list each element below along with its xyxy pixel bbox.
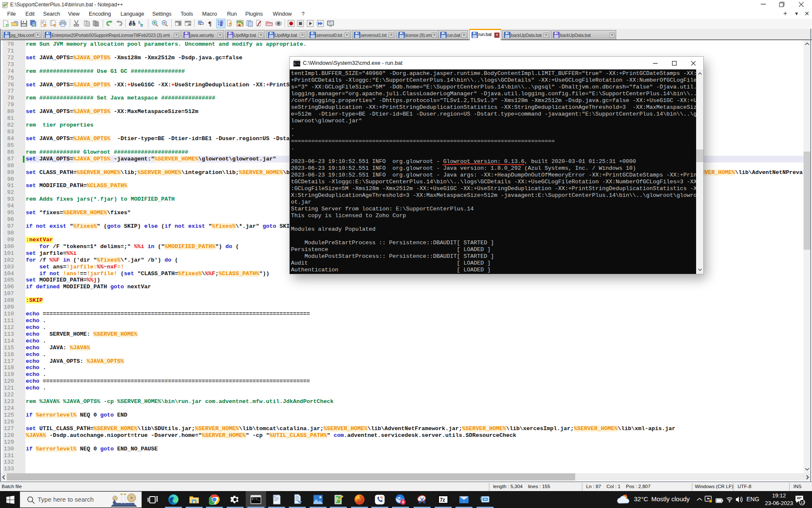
- svg-text:13: 13: [801, 500, 805, 505]
- svg-text:¶: ¶: [208, 20, 211, 27]
- svg-text:7z: 7z: [440, 497, 445, 503]
- svg-text:b: b: [138, 20, 140, 25]
- svg-text:C:\_: C:\_: [252, 497, 260, 501]
- svg-text:C:\.: C:\.: [294, 62, 301, 66]
- svg-text:8: 8: [402, 500, 404, 504]
